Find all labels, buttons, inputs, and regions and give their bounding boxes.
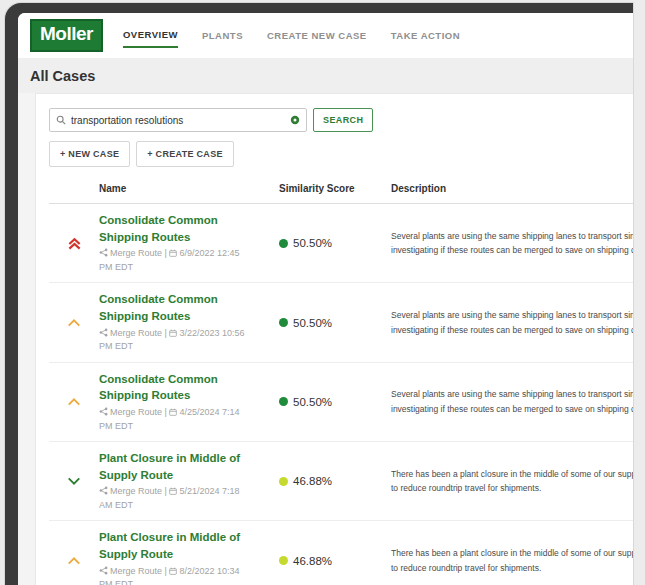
chevron-up-icon — [49, 318, 99, 327]
score-dot — [279, 318, 288, 327]
score-value: 50.50% — [293, 317, 332, 329]
case-name-link[interactable]: Plant Closure in Middle of Supply Route — [99, 529, 249, 562]
score-value: 46.88% — [293, 555, 332, 567]
case-name-link[interactable]: Consolidate Common Shipping Routes — [99, 291, 249, 324]
nav-item-overview[interactable]: OVERVIEW — [123, 23, 178, 48]
table-row[interactable]: Consolidate Common Shipping Routes Merge… — [49, 204, 633, 283]
score-value: 50.50% — [293, 396, 332, 408]
calendar-icon — [169, 487, 177, 495]
clear-search-icon[interactable] — [290, 115, 300, 125]
table-row[interactable]: Plant Closure in Middle of Supply Route … — [49, 521, 633, 585]
chevron-down-icon — [49, 477, 99, 486]
app-screen: Moller OVERVIEW PLANTS CREATE NEW CASE T… — [18, 13, 633, 585]
case-name-link[interactable]: Consolidate Common Shipping Routes — [99, 212, 249, 245]
table-row[interactable]: Plant Closure in Middle of Supply Route … — [49, 442, 633, 521]
calendar-icon — [169, 408, 177, 416]
create-case-button[interactable]: + CREATE CASE — [136, 141, 234, 167]
search-icon — [56, 115, 66, 125]
case-description: There has been a plant closure in the mi… — [391, 467, 633, 496]
calendar-icon — [169, 249, 177, 257]
case-meta: Merge Route | 6/9/2022 12:45 PM EDT — [99, 247, 251, 274]
score-dot — [279, 477, 288, 486]
search-input[interactable] — [71, 115, 285, 126]
search-button[interactable]: SEARCH — [313, 108, 373, 132]
column-header-similarity-score: Similarity Score — [279, 183, 391, 194]
score-dot — [279, 556, 288, 565]
monitor-frame: Moller OVERVIEW PLANTS CREATE NEW CASE T… — [5, 3, 633, 585]
search-row: SEARCH — [49, 108, 633, 132]
case-description: Several plants are using the same shippi… — [391, 387, 633, 416]
table-row[interactable]: Consolidate Common Shipping Routes Merge… — [49, 363, 633, 442]
column-header-name: Name — [99, 183, 279, 194]
merge-route-icon — [99, 486, 108, 495]
chevron-up-icon — [49, 556, 99, 565]
score-value: 46.88% — [293, 475, 332, 487]
score-dot — [279, 397, 288, 406]
case-meta: Merge Route | 8/2/2022 10:34 PM EDT — [99, 565, 251, 585]
case-meta: Merge Route | 5/21/2024 7:18 AM EDT — [99, 485, 251, 512]
merge-route-icon — [99, 328, 108, 337]
page-title-band: All Cases — [18, 58, 633, 93]
nav-item-take-action[interactable]: TAKE ACTION — [391, 24, 460, 47]
moller-logo: Moller — [30, 19, 103, 52]
case-name-link[interactable]: Plant Closure in Middle of Supply Route — [99, 450, 249, 483]
cases-card: SEARCH + NEW CASE + CREATE CASE Name Sim… — [35, 93, 633, 585]
score-dot — [279, 239, 288, 248]
case-description: Several plants are using the same shippi… — [391, 308, 633, 337]
calendar-icon — [169, 567, 177, 575]
case-meta: Merge Route | 4/25/2024 7:14 PM EDT — [99, 406, 251, 433]
nav-menu: OVERVIEW PLANTS CREATE NEW CASE TAKE ACT… — [123, 23, 460, 48]
nav-item-plants[interactable]: PLANTS — [202, 24, 243, 47]
chevron-up-icon — [49, 397, 99, 406]
case-meta: Merge Route | 3/22/2023 10:56 PM EDT — [99, 327, 251, 354]
case-name-link[interactable]: Consolidate Common Shipping Routes — [99, 371, 249, 404]
merge-route-icon — [99, 566, 108, 575]
case-description: There has been a plant closure in the mi… — [391, 546, 633, 575]
nav-item-create-new-case[interactable]: CREATE NEW CASE — [267, 24, 367, 47]
score-value: 50.50% — [293, 237, 332, 249]
top-navbar: Moller OVERVIEW PLANTS CREATE NEW CASE T… — [18, 13, 633, 58]
merge-route-icon — [99, 248, 108, 257]
merge-route-icon — [99, 407, 108, 416]
calendar-icon — [169, 329, 177, 337]
page-title: All Cases — [30, 68, 95, 84]
table-header: Name Similarity Score Description — [49, 179, 633, 204]
double-chevron-up-icon — [49, 236, 99, 251]
actions-row: + NEW CASE + CREATE CASE — [49, 141, 633, 167]
table-row[interactable]: Consolidate Common Shipping Routes Merge… — [49, 283, 633, 362]
table-body: Consolidate Common Shipping Routes Merge… — [49, 204, 633, 585]
search-box[interactable] — [49, 108, 307, 132]
column-header-description: Description — [391, 183, 633, 194]
cases-table: Name Similarity Score Description Consol… — [49, 179, 633, 585]
case-description: Several plants are using the same shippi… — [391, 229, 633, 258]
content-area: SEARCH + NEW CASE + CREATE CASE Name Sim… — [18, 93, 633, 585]
new-case-button[interactable]: + NEW CASE — [49, 141, 130, 167]
